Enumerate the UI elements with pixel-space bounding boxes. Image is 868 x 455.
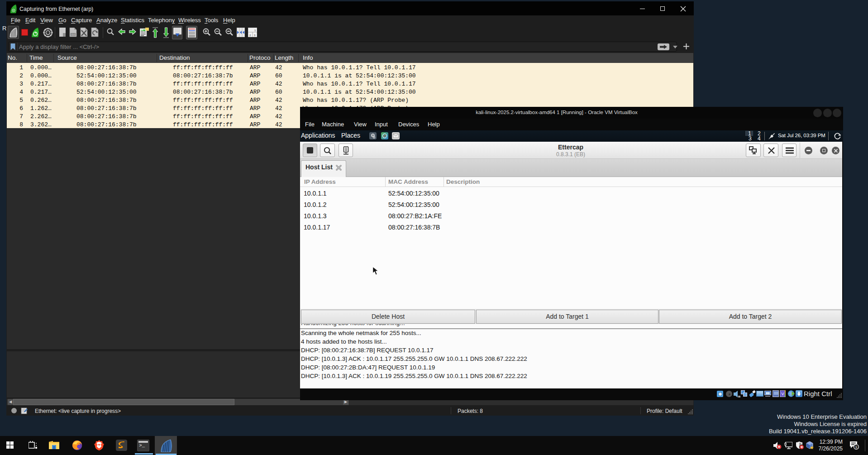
svg-text:010: 010	[71, 33, 75, 36]
svg-text:1: 1	[855, 445, 858, 449]
